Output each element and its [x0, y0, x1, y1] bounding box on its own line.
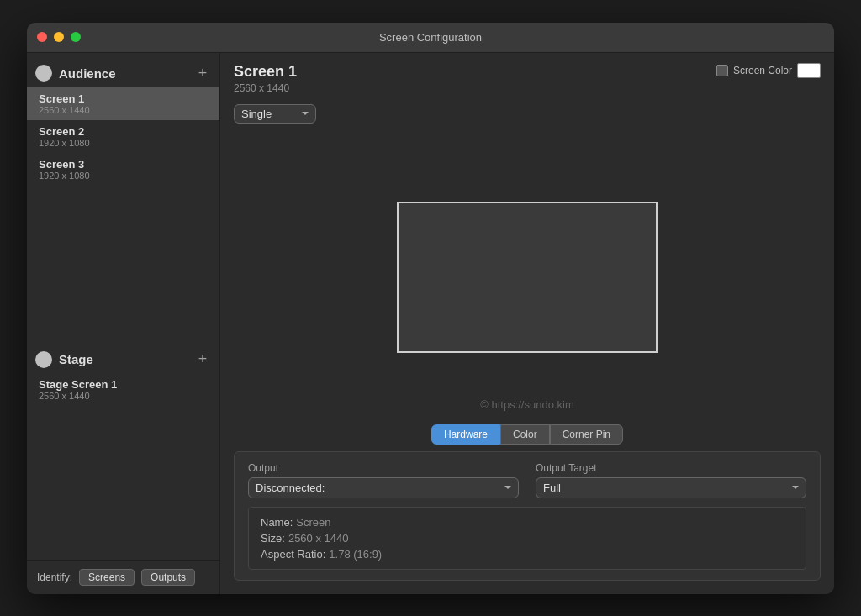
identify-outputs-button[interactable]: Outputs: [141, 569, 195, 586]
output-dropdown[interactable]: Disconnected:: [248, 477, 519, 498]
stage-label: Stage: [59, 352, 188, 366]
main-content: Audience + Screen 1 2560 x 1440 Screen 2…: [27, 53, 834, 594]
screen-title-area: Screen 1 2560 x 1440: [234, 63, 297, 94]
info-aspect-value: 1.78 (16:9): [329, 548, 382, 561]
sidebar: Audience + Screen 1 2560 x 1440 Screen 2…: [27, 53, 220, 594]
info-aspect-label: Aspect Ratio:: [261, 548, 325, 561]
audience-header: Audience +: [27, 60, 219, 87]
minimize-button[interactable]: [54, 32, 64, 42]
bottom-panel: Hardware Color Corner Pin Output Disconn…: [220, 424, 834, 594]
info-size-value: 2560 x 1440: [288, 532, 349, 545]
sidebar-item-screen2[interactable]: Screen 2 1920 x 1080: [27, 120, 219, 153]
screen-color-area: Screen Color: [716, 63, 821, 78]
screen-color-label: Screen Color: [733, 65, 792, 76]
audience-section: Audience + Screen 1 2560 x 1440 Screen 2…: [27, 53, 219, 192]
output-target-field: Output Target Full: [536, 462, 806, 498]
screen-title: Screen 1: [234, 63, 297, 81]
tab-color[interactable]: Color: [500, 424, 550, 445]
screen2-name: Screen 2: [39, 125, 208, 138]
stage-section: Stage + Stage Screen 1 2560 x 1440: [27, 339, 219, 413]
screen1-res: 2560 x 1440: [39, 105, 208, 115]
toolbar-row: Single Edge Blend Warp Soft Edge: [220, 101, 834, 130]
watermark: © https://sundo.kim: [480, 398, 573, 411]
tab-hardware[interactable]: Hardware: [431, 424, 500, 445]
layout-dropdown[interactable]: Single Edge Blend Warp Soft Edge: [234, 104, 316, 124]
tab-bar: Hardware Color Corner Pin: [234, 424, 821, 445]
identify-label: Identify:: [37, 571, 72, 583]
screen3-res: 1920 x 1080: [39, 171, 208, 181]
info-aspect-row: Aspect Ratio: 1.78 (16:9): [261, 548, 794, 561]
settings-box: Output Disconnected: Output Target Full: [234, 451, 821, 581]
stage-icon: [35, 351, 52, 368]
maximize-button[interactable]: [71, 32, 81, 42]
info-name-row: Name: Screen: [261, 516, 794, 529]
info-name-value: Screen: [296, 516, 330, 529]
info-box: Name: Screen Size: 2560 x 1440 Aspect Ra…: [248, 507, 806, 570]
stage-screen1-name: Stage Screen 1: [39, 378, 208, 391]
screen1-name: Screen 1: [39, 92, 208, 105]
screen-preview-box: [397, 202, 658, 353]
sidebar-item-screen1[interactable]: Screen 1 2560 x 1440: [27, 87, 219, 120]
identify-screens-button[interactable]: Screens: [79, 569, 135, 586]
audience-label: Audience: [59, 66, 188, 81]
sidebar-item-stage-screen1[interactable]: Stage Screen 1 2560 x 1440: [27, 373, 219, 406]
main-window: Screen Configuration Audience + Screen 1…: [27, 23, 834, 594]
preview-area: © https://sundo.kim: [220, 130, 834, 424]
output-target-dropdown[interactable]: Full: [536, 477, 806, 498]
screen-resolution: 2560 x 1440: [234, 82, 297, 94]
audience-add-button[interactable]: +: [194, 65, 211, 82]
screen2-res: 1920 x 1080: [39, 138, 208, 148]
window-controls: [37, 32, 81, 42]
output-target-label: Output Target: [536, 462, 806, 474]
output-field: Output Disconnected:: [248, 462, 519, 498]
screen-header: Screen 1 2560 x 1440 Screen Color: [220, 53, 834, 101]
close-button[interactable]: [37, 32, 47, 42]
screen3-name: Screen 3: [39, 158, 208, 171]
info-size-label: Size:: [261, 532, 285, 545]
info-size-row: Size: 2560 x 1440: [261, 532, 794, 545]
settings-row-top: Output Disconnected: Output Target Full: [248, 462, 806, 498]
info-name-label: Name:: [261, 516, 293, 529]
stage-add-button[interactable]: +: [194, 350, 211, 368]
audience-icon: [35, 65, 52, 82]
sidebar-item-screen3[interactable]: Screen 3 1920 x 1080: [27, 153, 219, 186]
window-title: Screen Configuration: [379, 31, 482, 44]
screen-color-checkbox[interactable]: [716, 65, 728, 76]
output-label: Output: [248, 462, 519, 474]
right-panel: Screen 1 2560 x 1440 Screen Color Single…: [220, 53, 834, 594]
tab-corner-pin[interactable]: Corner Pin: [550, 424, 623, 445]
stage-screen1-res: 2560 x 1440: [39, 391, 208, 401]
screen-color-swatch[interactable]: [797, 63, 821, 78]
identify-bar: Identify: Screens Outputs: [27, 560, 219, 594]
stage-header: Stage +: [27, 345, 219, 373]
titlebar: Screen Configuration: [27, 23, 834, 53]
